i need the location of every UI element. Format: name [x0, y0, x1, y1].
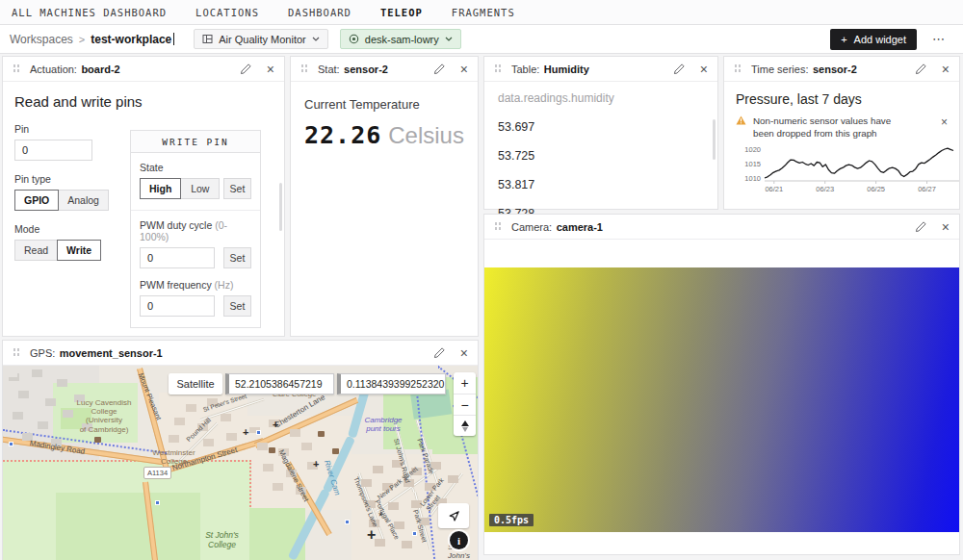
satellite-toggle-button[interactable]: Satellite — [169, 373, 222, 395]
machine-status-icon — [349, 34, 359, 44]
dismiss-warning-icon[interactable]: × — [941, 115, 948, 130]
widget-title: Table: — [511, 64, 539, 75]
svg-text:1015: 1015 — [744, 160, 761, 168]
edit-pencil-icon[interactable] — [915, 220, 927, 233]
map-zoom-controls: + − — [454, 372, 476, 436]
latitude-input[interactable]: 52.2105386457219 — [225, 373, 334, 395]
church-cross-icon: + — [243, 427, 248, 438]
widget-header: Camera: camera-1 × — [484, 215, 959, 240]
edit-pencil-icon[interactable] — [673, 63, 686, 75]
close-icon[interactable]: × — [942, 220, 950, 234]
edit-pencil-icon[interactable] — [240, 63, 252, 75]
write-pin-panel: WRITE PIN State High Low Set PWM duty cy… — [130, 130, 261, 328]
pin-input[interactable]: 0 — [14, 140, 92, 161]
chevron-down-icon — [312, 37, 320, 41]
widget-header: Actuation: board-2 × — [3, 57, 284, 82]
warning-text: Non-numeric sensor values have been drop… — [753, 115, 905, 140]
scrollbar-thumb[interactable] — [713, 119, 716, 160]
widget-gps: GPS: movement_sensor-1 × A1134 Lucy Cave… — [2, 340, 479, 560]
widget-timeseries: Time series: sensor-2 × Pressure, last 7… — [723, 56, 960, 210]
zoom-out-button[interactable]: − — [454, 394, 476, 415]
close-icon[interactable]: × — [942, 63, 950, 76]
drag-handle-icon[interactable] — [734, 64, 742, 74]
nav-dashboard[interactable]: DASHBOARD — [288, 7, 351, 18]
widget-title: Actuation: — [30, 64, 77, 75]
svg-text:1020: 1020 — [744, 145, 761, 154]
add-widget-button[interactable]: + Add widget — [830, 29, 917, 50]
camera-stream-image: 0.5fps — [484, 267, 959, 532]
locate-me-button[interactable] — [438, 503, 469, 528]
breadcrumb-current-workspace[interactable]: test-workplace — [91, 33, 171, 46]
set-pwm-duty-button[interactable]: Set — [223, 247, 251, 268]
edit-pencil-icon[interactable] — [433, 346, 446, 359]
set-pwm-freq-button[interactable]: Set — [223, 295, 251, 317]
landmark-icon — [318, 431, 325, 437]
svg-text:06/21: 06/21 — [765, 185, 783, 193]
close-icon[interactable]: × — [460, 346, 468, 360]
stat-value: 22.26 — [304, 121, 381, 149]
edit-pencil-icon[interactable] — [433, 63, 446, 75]
table-row: 53.697 — [498, 120, 704, 134]
pwm-duty-input[interactable]: 0 — [140, 247, 215, 268]
compass-south-icon — [462, 427, 468, 432]
drag-handle-icon[interactable] — [13, 64, 20, 74]
drag-handle-icon[interactable] — [494, 64, 502, 74]
map-buildings — [7, 369, 17, 377]
map-info-icon[interactable]: i — [450, 531, 468, 549]
scrollbar-thumb[interactable] — [279, 183, 282, 231]
workspace-selector[interactable]: Air Quality Monitor — [194, 29, 327, 49]
map-buildings — [249, 420, 260, 427]
top-nav: ALL MACHINES DASHBOARD LOCATIONS DASHBOA… — [0, 0, 963, 25]
machine-selector[interactable]: desk-sam-lowry — [340, 29, 461, 49]
edit-pencil-icon[interactable] — [915, 63, 927, 75]
warning-banner: Non-numeric sensor values have been drop… — [736, 115, 948, 140]
drag-handle-icon[interactable] — [13, 347, 20, 358]
compass-reset-button[interactable] — [454, 415, 476, 436]
set-state-button[interactable]: Set — [223, 178, 251, 199]
state-low-button[interactable]: Low — [180, 178, 220, 199]
road-ref-badge: A1134 — [143, 467, 171, 479]
longitude-input[interactable]: 0.11384393992523201 — [337, 373, 446, 395]
nav-fragments[interactable]: FRAGMENTS — [452, 7, 515, 18]
pin-type-gpio-button[interactable]: GPIO — [14, 190, 59, 211]
widget-resource-name: board-2 — [81, 64, 119, 75]
svg-text:1010: 1010 — [744, 174, 761, 183]
nav-teleop[interactable]: TELEOP — [380, 7, 423, 18]
fps-badge: 0.5fps — [489, 514, 534, 526]
widget-header: Table: Humidity × — [484, 57, 717, 82]
widget-title: GPS: — [30, 347, 55, 359]
widget-title: Stat: — [318, 64, 340, 75]
map-area — [56, 493, 200, 560]
close-icon[interactable]: × — [267, 63, 274, 76]
nav-all-machines-dashboard[interactable]: ALL MACHINES DASHBOARD — [12, 7, 167, 18]
chevron-down-icon — [445, 37, 453, 41]
church-cross-icon: + — [313, 459, 319, 470]
workspace-selector-label: Air Quality Monitor — [219, 34, 305, 45]
drag-handle-icon[interactable] — [494, 221, 502, 232]
widget-resource-name: sensor-2 — [344, 64, 388, 75]
map-canvas[interactable]: A1134 Lucy Cavendish College (University… — [3, 366, 478, 560]
church-cross-icon: + — [367, 527, 376, 543]
nav-locations[interactable]: LOCATIONS — [195, 7, 259, 18]
zoom-in-button[interactable]: + — [454, 372, 476, 394]
more-menu-button[interactable]: ⋯ — [932, 32, 946, 46]
breadcrumb-separator: > — [79, 34, 85, 45]
mode-read-button[interactable]: Read — [14, 240, 58, 261]
pin-type-analog-button[interactable]: Analog — [58, 190, 109, 211]
stat-unit: Celsius — [388, 122, 464, 148]
close-icon[interactable]: × — [700, 63, 708, 76]
close-icon[interactable]: × — [460, 63, 468, 76]
actuation-heading: Read and write pins — [14, 93, 273, 110]
breadcrumb-workspaces[interactable]: Workspaces — [10, 33, 73, 46]
landmark-icon — [269, 447, 275, 453]
drag-handle-icon[interactable] — [300, 64, 308, 74]
pwm-freq-input[interactable]: 0 — [140, 295, 215, 317]
table-row: 53.725 — [498, 149, 704, 163]
map-buildings — [165, 396, 175, 404]
machine-selector-label: desk-sam-lowry — [365, 34, 439, 45]
widget-resource-name: sensor-2 — [813, 64, 857, 75]
state-high-button[interactable]: High — [140, 178, 181, 199]
widget-header: Time series: sensor-2 × — [724, 57, 959, 82]
map-marker-blue — [256, 430, 261, 435]
mode-write-button[interactable]: Write — [57, 240, 101, 261]
